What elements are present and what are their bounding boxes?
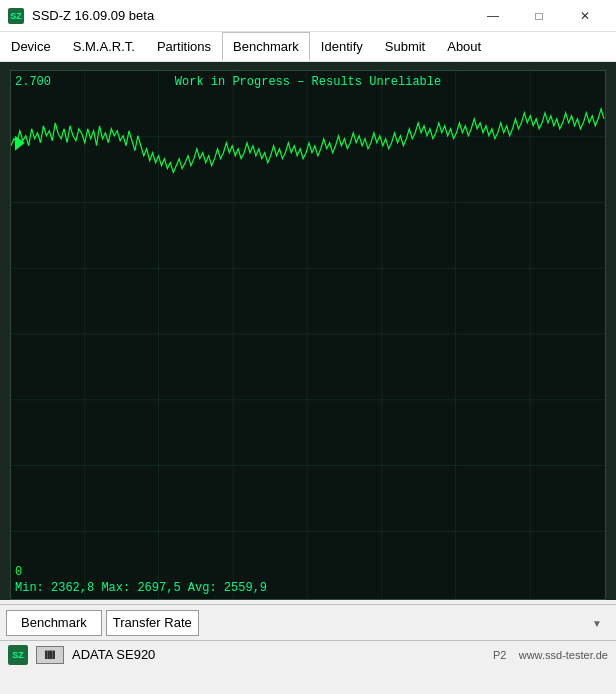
benchmark-chart: 2.700 Work in Progress – Results Unrelia… [10, 70, 606, 600]
title-bar: SZ SSD-Z 16.09.09 beta — □ ✕ [0, 0, 616, 32]
device-name: ADATA SE920 [72, 647, 485, 662]
transfer-rate-select[interactable]: Transfer Rate Access Time IOPS [106, 610, 199, 636]
close-button[interactable]: ✕ [562, 0, 608, 32]
chart-zero-label: 0 [15, 565, 22, 579]
chart-container: 2.700 Work in Progress – Results Unrelia… [0, 62, 616, 600]
chart-max-value: 2.700 [15, 75, 51, 89]
window-title: SSD-Z 16.09.09 beta [32, 8, 470, 23]
transfer-rate-wrapper: Transfer Rate Access Time IOPS [106, 610, 610, 636]
menu-partitions[interactable]: Partitions [146, 32, 222, 61]
status-app-icon: SZ [8, 645, 28, 665]
menu-benchmark[interactable]: Benchmark [222, 32, 310, 61]
chart-stats: Min: 2362,8 Max: 2697,5 Avg: 2559,9 [15, 581, 267, 595]
status-bar: SZ ▐█▌ ADATA SE920 P2 www.ssd-tester.de [0, 640, 616, 668]
menu-identify[interactable]: Identify [310, 32, 374, 61]
svg-rect-0 [11, 71, 605, 599]
menu-smart[interactable]: S.M.A.R.T. [62, 32, 146, 61]
maximize-button[interactable]: □ [516, 0, 562, 32]
benchmark-button[interactable]: Benchmark [6, 610, 102, 636]
chart-svg [11, 71, 605, 599]
menu-about[interactable]: About [436, 32, 492, 61]
app-icon: SZ [8, 8, 24, 24]
chart-work-in-progress: Work in Progress – Results Unreliable [175, 75, 441, 89]
minimize-button[interactable]: — [470, 0, 516, 32]
controls-bar: Benchmark Transfer Rate Access Time IOPS [0, 604, 616, 640]
page-number: P2 [493, 649, 506, 661]
website-link: www.ssd-tester.de [519, 649, 608, 661]
page-info: P2 www.ssd-tester.de [493, 649, 608, 661]
device-icon: ▐█▌ [36, 646, 64, 664]
menu-submit[interactable]: Submit [374, 32, 436, 61]
menu-device[interactable]: Device [0, 32, 62, 61]
window-controls: — □ ✕ [470, 0, 608, 32]
menu-bar: Device S.M.A.R.T. Partitions Benchmark I… [0, 32, 616, 62]
